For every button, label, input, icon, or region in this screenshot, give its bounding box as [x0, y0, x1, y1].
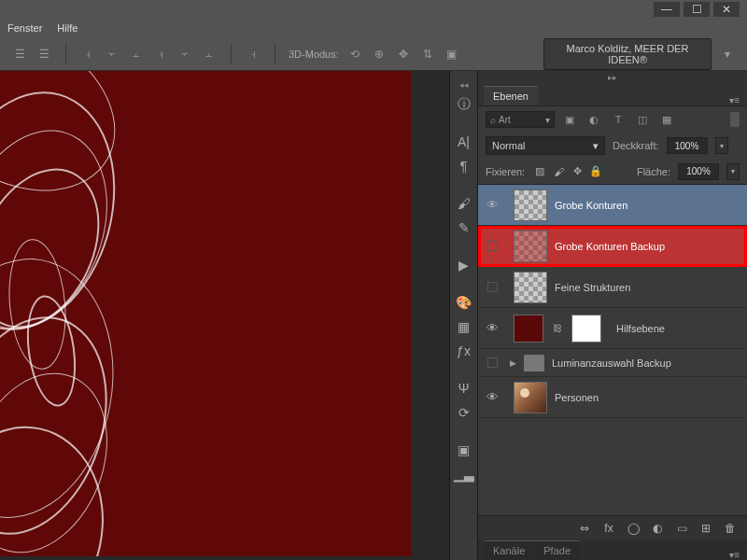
3d-roll-icon[interactable]: ⊕ [371, 46, 388, 63]
maximize-button[interactable]: ☐ [684, 2, 710, 17]
chevron-down-icon[interactable] [715, 137, 728, 154]
layer-row[interactable]: Feine Strukturen [478, 267, 747, 308]
lock-position-icon[interactable]: ✥ [570, 164, 585, 179]
filter-adjust-icon[interactable]: ◐ [585, 111, 603, 128]
tab-ebenen[interactable]: Ebenen [484, 86, 538, 105]
lock-transparency-icon[interactable]: ▨ [532, 164, 547, 179]
character-panel-icon[interactable]: A| [453, 131, 475, 153]
styles-panel-icon[interactable]: ƒx [453, 340, 475, 362]
panel-menu-icon[interactable]: ▾≡ [722, 550, 747, 560]
layer-row[interactable]: 👁 Grobe Konturen [478, 185, 747, 226]
color-panel-icon[interactable]: 🎨 [453, 291, 475, 314]
delete-layer-icon[interactable]: 🗑 [721, 520, 740, 537]
document-canvas[interactable] [0, 71, 411, 556]
menu-hilfe[interactable]: Hilfe [57, 22, 78, 34]
brush-panel-icon[interactable]: 🖌 [453, 192, 475, 215]
filter-shape-icon[interactable]: ◫ [633, 111, 652, 128]
3d-pan-icon[interactable]: ✥ [395, 46, 412, 63]
filter-image-icon[interactable]: ▣ [560, 111, 579, 128]
menu-fenster[interactable]: Fenster [7, 22, 42, 34]
lock-row: Fixieren: ▨ 🖌 ✥ 🔒 Fläche: 100% [478, 159, 747, 185]
actions-panel-icon[interactable]: ▶ [453, 254, 475, 276]
layer-name: Hilfsebene [616, 323, 665, 334]
layer-thumbnail[interactable] [514, 189, 547, 221]
lock-pixels-icon[interactable]: 🖌 [551, 164, 566, 179]
visibility-toggle[interactable] [478, 241, 506, 251]
layer-row[interactable]: Grobe Konturen Backup [478, 226, 747, 267]
fill-input[interactable]: 100% [678, 163, 719, 180]
tab-pfade[interactable]: Pfade [534, 540, 580, 560]
layer-thumbnail[interactable] [514, 231, 547, 262]
opacity-label: Deckkraft: [613, 140, 659, 151]
adjustment-layer-icon[interactable]: ◐ [648, 520, 667, 537]
align-icon[interactable]: ☰ [35, 46, 52, 63]
layer-row[interactable]: 👁 ⛓ Hilfsebene [478, 308, 747, 349]
layer-mask-thumbnail[interactable] [571, 315, 601, 343]
3d-slide-icon[interactable]: ⇅ [419, 46, 436, 63]
navigator-panel-icon[interactable]: ▣ [453, 439, 475, 461]
blend-mode-select[interactable]: Normal [486, 136, 605, 155]
new-group-icon[interactable]: ▭ [672, 520, 691, 537]
chevron-down-icon[interactable] [726, 163, 740, 180]
3d-camera-icon[interactable]: ▣ [444, 46, 460, 63]
layer-filter-row: ⌕ Art ▣ ◐ T ◫ ▦ [478, 106, 747, 133]
blend-row: Normal Deckkraft: 100% [478, 133, 747, 159]
panel-menu-icon[interactable]: ▾≡ [722, 95, 747, 105]
user-chip[interactable]: Marco Kolditz, MEER DER IDEEN® [543, 38, 712, 70]
layer-thumbnail[interactable] [514, 315, 543, 343]
minimize-button[interactable]: — [654, 2, 680, 17]
visibility-toggle[interactable] [478, 282, 506, 292]
search-icon: ⌕ [490, 115, 496, 125]
layer-name: Luminanzauswahl Backup [552, 357, 671, 369]
chevron-down-icon[interactable] [719, 46, 736, 63]
tab-kanaele[interactable]: Kanäle [484, 540, 534, 560]
distribute-icon[interactable]: ⫟ [104, 46, 120, 63]
3d-orbit-icon[interactable]: ⟲ [346, 46, 363, 63]
visibility-toggle[interactable]: 👁 [478, 198, 506, 212]
align-icon[interactable]: ☰ [11, 46, 28, 63]
close-button[interactable]: ✕ [713, 2, 740, 17]
distribute-icon[interactable]: ⫠ [201, 46, 218, 63]
layer-group-row[interactable]: ▶ Luminanzauswahl Backup [478, 349, 747, 377]
distribute-icon[interactable]: ⫞ [245, 46, 261, 63]
visibility-toggle[interactable] [478, 357, 506, 368]
distribute-icon[interactable]: ⫟ [176, 46, 193, 63]
link-layers-icon[interactable]: ⇔ [575, 520, 594, 537]
expand-dock-icon[interactable]: ◂◂ [450, 78, 477, 91]
opacity-input[interactable]: 100% [667, 137, 708, 154]
canvas-area[interactable] [0, 71, 450, 560]
add-mask-icon[interactable]: ◯ [624, 520, 642, 537]
distribute-icon[interactable]: ⫠ [128, 46, 145, 63]
distribute-icon[interactable]: ⫞ [79, 46, 96, 63]
visibility-toggle[interactable]: 👁 [478, 390, 506, 404]
new-layer-icon[interactable]: ⊞ [697, 520, 715, 537]
history-panel-icon[interactable]: ⟳ [453, 401, 475, 424]
layer-name: Grobe Konturen [555, 200, 627, 211]
layer-row[interactable]: 👁 Personen [478, 377, 747, 418]
lock-label: Fixieren: [486, 166, 525, 177]
layer-thumbnail[interactable] [514, 272, 547, 303]
histogram-panel-icon[interactable]: ▁▃ [453, 463, 475, 485]
lock-all-icon[interactable]: 🔒 [588, 164, 603, 179]
filter-type-icon[interactable]: T [609, 111, 627, 128]
layer-search-input[interactable]: ⌕ Art [486, 111, 555, 128]
visibility-toggle[interactable]: 👁 [478, 321, 506, 335]
layer-name: Grobe Konturen Backup [555, 241, 665, 252]
panels-column: ▸▸ Ebenen ▾≡ ⌕ Art ▣ ◐ T ◫ ▦ Normal Deck… [478, 71, 747, 560]
paragraph-panel-icon[interactable]: ¶ [453, 155, 475, 177]
layer-thumbnail[interactable] [514, 382, 547, 413]
info-panel-icon[interactable]: ⓘ [453, 93, 475, 116]
brushes-panel-icon[interactable]: ✎ [453, 217, 475, 239]
layer-fx-icon[interactable]: fx [599, 520, 618, 537]
search-text: Art [499, 115, 511, 125]
panel-tabs: Ebenen ▾≡ [478, 84, 747, 106]
plugin-panel-icon[interactable]: Ψ [453, 377, 475, 399]
distribute-icon[interactable]: ⫞ [152, 46, 169, 63]
mask-link-icon[interactable]: ⛓ [551, 323, 564, 333]
expand-arrow-icon[interactable]: ▶ [510, 358, 516, 368]
filter-toggle[interactable] [730, 112, 740, 127]
filter-smart-icon[interactable]: ▦ [657, 111, 676, 128]
swatches-panel-icon[interactable]: ▦ [453, 315, 475, 338]
options-bar: ☰ ☰ ⫞ ⫟ ⫠ ⫞ ⫟ ⫠ ⫞ 3D-Modus: ⟲ ⊕ ✥ ⇅ ▣ Ma… [0, 37, 747, 71]
collapse-panels-icon[interactable]: ▸▸ [478, 71, 747, 84]
